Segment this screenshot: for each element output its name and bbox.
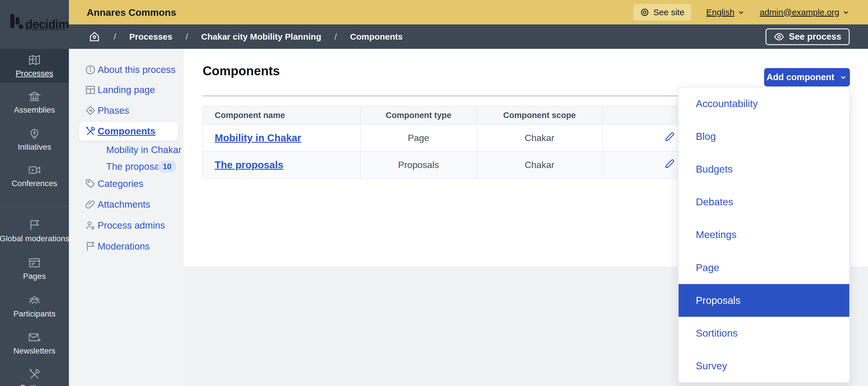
dropdown-item-sortitions[interactable]: Sortitions: [679, 317, 849, 350]
sidebar-item-label: Newsletters: [13, 347, 55, 356]
sidebar-item-about-process[interactable]: About this process: [69, 61, 184, 79]
sidebar-item-components[interactable]: Components: [69, 123, 184, 140]
sidebar-item-participants[interactable]: Participants: [0, 294, 69, 319]
org-title: Annares Commons: [87, 7, 176, 18]
home-icon[interactable]: [88, 31, 100, 43]
dropdown-item-budgets[interactable]: Budgets: [679, 153, 849, 185]
sidebar-item-label: Categories: [98, 178, 144, 189]
flag-icon: [85, 241, 96, 252]
logo-area: decidim free open-source democracy: [0, 0, 69, 49]
user-menu[interactable]: admin@example.org: [760, 7, 849, 17]
sidebar-item-newsletters[interactable]: Newsletters: [0, 331, 69, 356]
sidebar-item-label: The proposals: [106, 161, 166, 172]
component-scope-cell: Chakar: [476, 124, 602, 151]
tools-icon: [85, 125, 96, 137]
sidebar-item-pages[interactable]: Pages: [0, 256, 69, 281]
breadcrumb-process-name[interactable]: Chakar city Mobility Planning: [201, 32, 321, 42]
dropdown-item-accountability[interactable]: Accountability: [679, 87, 849, 120]
top-bar: Annares Commons See site English admin@e…: [69, 0, 868, 24]
chevron-down-icon: [842, 9, 849, 16]
sidebar-item-initiatives[interactable]: Initiatives: [0, 127, 69, 152]
sidebar-item-label: Process admins: [98, 220, 165, 231]
sidebar-item-processes[interactable]: Processes: [0, 53, 69, 78]
sidebar-item-attachments[interactable]: Attachments: [69, 196, 184, 213]
breadcrumb-processes[interactable]: Processes: [129, 32, 172, 42]
sidebar-item-label: Assemblies: [14, 106, 55, 115]
component-type-cell: Page: [361, 124, 476, 151]
component-link[interactable]: The proposals: [215, 159, 283, 170]
chevron-down-icon: [737, 9, 745, 16]
sidebar-item-settings[interactable]: Settings: [0, 367, 69, 386]
component-link[interactable]: Mobility in Chakar: [215, 132, 301, 143]
sidebar-item-label: Conferences: [12, 179, 57, 188]
edit-component-button[interactable]: [664, 158, 675, 170]
dropdown-item-debates[interactable]: Debates: [679, 185, 849, 218]
sidebar-item-label: Attachments: [98, 199, 150, 210]
user-gear-icon: [85, 220, 96, 231]
mail-add-icon: [28, 331, 41, 344]
pages-icon: [28, 256, 41, 269]
video-camera-icon: [28, 164, 41, 177]
add-component-label: Add component: [767, 72, 834, 83]
dropdown-item-blog[interactable]: Blog: [679, 120, 849, 153]
proposals-count-badge: 10: [158, 161, 176, 173]
page-title: Components: [203, 64, 280, 78]
dropdown-item-meetings[interactable]: Meetings: [679, 218, 849, 251]
sidebar-item-label: Components: [98, 126, 156, 137]
sidebar-item-label: Phases: [98, 105, 129, 116]
sidebar-item-label: Mobility in Chakar: [106, 145, 181, 155]
language-label: English: [706, 7, 734, 17]
dropdown-item-proposals[interactable]: Proposals: [679, 284, 849, 317]
sidebar-item-label: Landing page: [98, 84, 155, 95]
breadcrumb: / Processes / Chakar city Mobility Plann…: [88, 31, 403, 43]
dropdown-item-survey[interactable]: Survey: [679, 350, 849, 382]
see-site-label: See site: [653, 7, 684, 17]
flag-icon: [28, 218, 41, 232]
process-sidebar: About this process Landing page Phases C…: [69, 49, 184, 386]
column-header-component-name: Component name: [203, 106, 361, 124]
sidebar-item-moderations[interactable]: Moderations: [69, 238, 184, 255]
bank-icon: [28, 90, 41, 103]
column-header-component-scope: Component scope: [476, 106, 602, 124]
sidebar-item-label: Pages: [23, 272, 45, 281]
see-process-label: See process: [789, 32, 841, 42]
paperclip-icon: [85, 199, 96, 210]
eye-icon: [774, 32, 784, 42]
language-menu[interactable]: English: [706, 7, 745, 17]
people-icon: [28, 294, 41, 307]
sidebar-item-assemblies[interactable]: Assemblies: [0, 90, 69, 115]
sidebar-item-process-admins[interactable]: Process admins: [69, 217, 184, 234]
target-circle-icon: [640, 8, 649, 17]
sidebar-item-phases[interactable]: Phases: [69, 102, 184, 119]
info-icon: [85, 64, 96, 76]
add-component-button[interactable]: Add component: [764, 68, 850, 86]
breadcrumb-bar: / Processes / Chakar city Mobility Plann…: [69, 24, 868, 49]
breadcrumb-separator: /: [334, 32, 337, 42]
dropdown-item-page[interactable]: Page: [679, 251, 849, 284]
component-type-cell: Proposals: [361, 151, 476, 178]
lightbulb-icon: [28, 127, 41, 140]
sidebar-item-categories[interactable]: Categories: [69, 175, 184, 192]
edit-component-button[interactable]: [664, 131, 675, 143]
sidebar-item-the-proposals[interactable]: The proposals 10: [69, 158, 184, 175]
sidebar-item-mobility-in-chakar[interactable]: Mobility in Chakar: [69, 141, 184, 158]
decidim-logo-tagline: free open-source democracy: [25, 28, 65, 31]
tag-icon: [85, 178, 96, 189]
sidebar-item-landing-page[interactable]: Landing page: [69, 81, 184, 98]
sidebar-item-label: Global moderations: [0, 234, 69, 243]
user-email: admin@example.org: [760, 7, 839, 17]
main-sidebar: Processes Assemblies Initiatives Confere…: [0, 49, 69, 386]
sidebar-item-label: Initiatives: [18, 143, 51, 152]
see-process-button[interactable]: See process: [766, 28, 849, 45]
add-component-dropdown: Accountability Blog Budgets Debates Meet…: [678, 87, 850, 383]
sidebar-item-conferences[interactable]: Conferences: [0, 164, 69, 188]
breadcrumb-components[interactable]: Components: [350, 32, 403, 42]
see-site-button[interactable]: See site: [633, 4, 691, 21]
sidebar-divider: [0, 206, 69, 207]
breadcrumb-separator: /: [114, 32, 116, 42]
component-scope-cell: Chakar: [476, 151, 602, 178]
sidebar-item-global-moderations[interactable]: Global moderations: [0, 218, 69, 243]
sidebar-item-label: Participants: [13, 309, 55, 319]
decidim-logo-mark: [9, 14, 24, 30]
top-bar-right: See site English admin@example.org: [633, 0, 849, 24]
